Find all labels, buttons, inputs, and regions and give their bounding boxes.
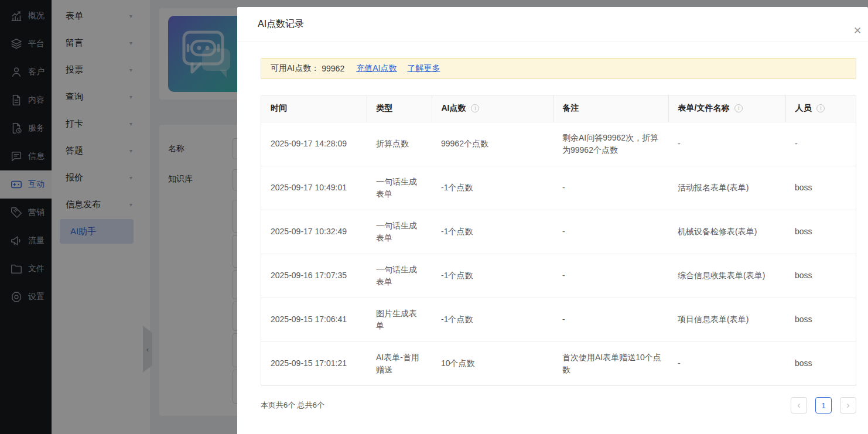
pagination-summary: 本页共6个 总共6个: [261, 400, 324, 411]
type-cell: 一句话生成表单: [367, 166, 432, 210]
table-row: 2025-09-16 17:07:35一句话生成表单-1个点数-综合信息收集表单…: [261, 254, 856, 298]
person-cell: boss: [785, 210, 856, 254]
column-header: AI点数 i: [432, 95, 553, 122]
column-header: 人员 i: [785, 95, 856, 122]
info-icon[interactable]: i: [816, 104, 825, 112]
type-cell: 图片生成表单: [367, 298, 432, 341]
type-cell: 一句话生成表单: [367, 254, 432, 298]
column-header-label: 类型: [377, 103, 393, 112]
note-cell: -: [553, 298, 668, 341]
type-cell: AI表单-首用赠送: [367, 341, 432, 385]
column-header-label: 表单/文件名称: [678, 103, 730, 112]
column-header-label: 备注: [563, 103, 579, 112]
available-points-notice: 可用AI点数： 99962 充值AI点数 了解更多: [261, 58, 856, 79]
note-cell: -: [553, 254, 668, 298]
prev-page-button[interactable]: ‹: [791, 397, 807, 414]
person-cell: boss: [785, 254, 856, 298]
form-name-cell: -: [668, 341, 785, 385]
column-header: 备注: [553, 95, 668, 122]
person-cell: boss: [785, 298, 856, 341]
recharge-points-link[interactable]: 充值AI点数: [356, 63, 397, 74]
pagination-bar: 本页共6个 总共6个 ‹ 1 ›: [261, 397, 856, 414]
table-row: 2025-09-15 17:01:21AI表单-首用赠送10个点数首次使用AI表…: [261, 341, 856, 385]
modal-body: 可用AI点数： 99962 充值AI点数 了解更多 时间类型AI点数 i备注表单…: [237, 42, 868, 414]
points-cell: -1个点数: [432, 254, 553, 298]
form-name-cell: 机械设备检修表(表单): [668, 210, 785, 254]
column-header-label: 人员: [795, 103, 812, 112]
app-window: 概况平台客户内容服务信息互动营销流量文件设置 表单▾留言▾投票▾查询▾打卡▾答题…: [0, 0, 868, 434]
learn-more-link[interactable]: 了解更多: [407, 63, 440, 74]
table-header-row: 时间类型AI点数 i备注表单/文件名称 i人员 i: [261, 95, 856, 122]
available-points-value: 99962: [322, 64, 344, 73]
time-cell: 2025-09-17 10:32:49: [261, 210, 367, 254]
column-header-label: AI点数: [442, 103, 466, 112]
points-cell: -1个点数: [432, 166, 553, 210]
points-cell: 99962个点数: [432, 122, 553, 166]
note-cell: -: [553, 210, 668, 254]
points-record-table: 时间类型AI点数 i备注表单/文件名称 i人员 i 2025-09-17 14:…: [261, 95, 856, 386]
time-cell: 2025-09-15 17:06:41: [261, 298, 367, 341]
person-cell: boss: [785, 341, 856, 385]
table-row: 2025-09-17 10:49:01一句话生成表单-1个点数-活动报名表单(表…: [261, 166, 856, 210]
time-cell: 2025-09-17 10:49:01: [261, 166, 367, 210]
note-cell: -: [553, 166, 668, 210]
column-header: 时间: [261, 95, 367, 122]
time-cell: 2025-09-17 14:28:09: [261, 122, 367, 166]
points-cell: -1个点数: [432, 298, 553, 341]
column-header-label: 时间: [271, 103, 287, 112]
person-cell: -: [785, 122, 856, 166]
column-header: 类型: [367, 95, 432, 122]
type-cell: 一句话生成表单: [367, 210, 432, 254]
form-name-cell: 项目信息表单(表单): [668, 298, 785, 341]
table-body: 2025-09-17 14:28:09折算点数99962个点数剩余AI问答999…: [261, 122, 856, 385]
form-name-cell: 活动报名表单(表单): [668, 166, 785, 210]
time-cell: 2025-09-16 17:07:35: [261, 254, 367, 298]
person-cell: boss: [785, 166, 856, 210]
form-name-cell: 综合信息收集表单(表单): [668, 254, 785, 298]
ai-points-modal: AI点数记录 ✕ 可用AI点数： 99962 充值AI点数 了解更多 时间类型A…: [237, 7, 868, 434]
info-icon[interactable]: i: [471, 104, 479, 112]
table-row: 2025-09-15 17:06:41图片生成表单-1个点数-项目信息表单(表单…: [261, 298, 856, 341]
note-cell: 首次使用AI表单赠送10个点数: [553, 341, 668, 385]
table-row: 2025-09-17 14:28:09折算点数99962个点数剩余AI问答999…: [261, 122, 856, 166]
type-cell: 折算点数: [367, 122, 432, 166]
time-cell: 2025-09-15 17:01:21: [261, 341, 367, 385]
points-cell: -1个点数: [432, 210, 553, 254]
note-cell: 剩余AI问答99962次，折算为99962个点数: [553, 122, 668, 166]
available-points-label: 可用AI点数：: [271, 63, 319, 74]
modal-header: AI点数记录 ✕: [237, 7, 868, 42]
column-header: 表单/文件名称 i: [668, 95, 785, 122]
next-page-button[interactable]: ›: [840, 397, 856, 414]
modal-title: AI点数记录: [258, 18, 304, 30]
form-name-cell: -: [668, 122, 785, 166]
points-cell: 10个点数: [432, 341, 553, 385]
table-row: 2025-09-17 10:32:49一句话生成表单-1个点数-机械设备检修表(…: [261, 210, 856, 254]
info-icon[interactable]: i: [734, 104, 743, 112]
close-icon[interactable]: ✕: [850, 23, 864, 37]
page-1-button[interactable]: 1: [815, 397, 832, 414]
